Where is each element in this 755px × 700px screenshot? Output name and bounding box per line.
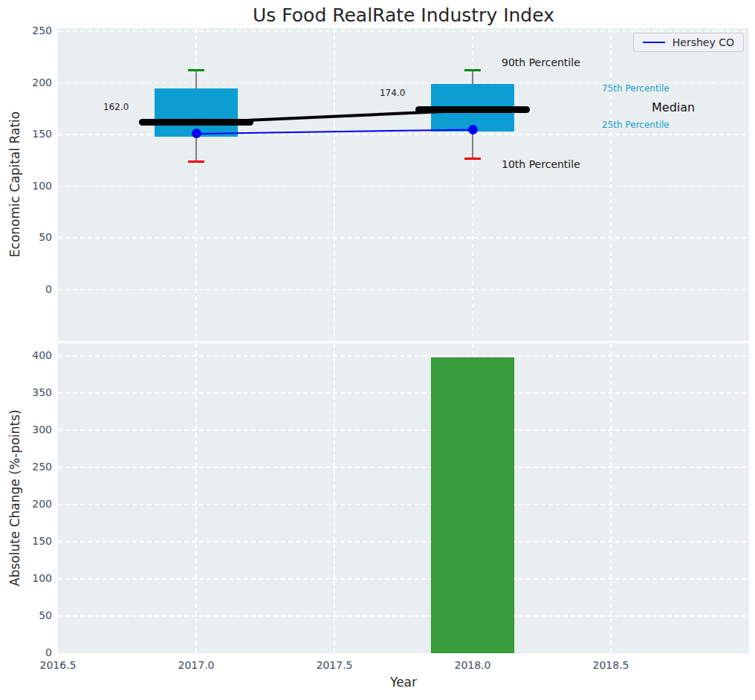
legend-label: Hershey CO bbox=[673, 36, 734, 48]
y-tick-label: 350 bbox=[9, 386, 52, 398]
legend-line-swatch bbox=[643, 42, 665, 44]
x-tick-label: 2018.5 bbox=[593, 659, 629, 671]
x-tick-label: 2017.0 bbox=[178, 659, 215, 671]
company-point-2017 bbox=[192, 129, 201, 138]
annotation-25th-percentile: 25th Percentile bbox=[602, 120, 670, 130]
bar-2018 bbox=[431, 357, 514, 653]
gridline-horizontal bbox=[58, 30, 749, 31]
p90-cap-2017 bbox=[188, 69, 204, 71]
y-tick-label: 200 bbox=[9, 77, 52, 88]
gridline-horizontal bbox=[58, 355, 749, 356]
y-tick-label: 100 bbox=[9, 180, 52, 192]
y-tick-label: 400 bbox=[9, 349, 52, 361]
annotation-75th-percentile: 75th Percentile bbox=[602, 83, 670, 94]
top-plot-area: 162.0174.090th Percentile10th Percentile… bbox=[58, 28, 749, 341]
y-tick-label: 250 bbox=[9, 461, 52, 473]
gridline-horizontal bbox=[58, 504, 749, 505]
annotation-10th-percentile: 10th Percentile bbox=[502, 158, 580, 170]
y-tick-label: 300 bbox=[9, 424, 52, 435]
gridline-vertical bbox=[195, 343, 196, 653]
legend: Hershey CO bbox=[633, 33, 744, 52]
x-tick-label: 2017.5 bbox=[317, 659, 353, 671]
bottom-plot-area bbox=[58, 343, 749, 653]
gridline-vertical bbox=[610, 343, 611, 653]
y-tick-label: 50 bbox=[9, 231, 52, 243]
median-segment-2017 bbox=[139, 119, 253, 126]
annotation-median: Median bbox=[652, 100, 695, 114]
chart-title: Us Food RealRate Industry Index bbox=[253, 4, 554, 26]
gridline-horizontal bbox=[58, 289, 749, 290]
gridline-horizontal bbox=[58, 430, 749, 430]
x-axis-label: Year bbox=[390, 675, 417, 690]
median-segment-2018 bbox=[415, 106, 530, 113]
x-tick-label: 2018.0 bbox=[455, 659, 491, 671]
p10-cap-2018 bbox=[464, 158, 481, 160]
y-tick-label: 250 bbox=[9, 25, 52, 36]
y-tick-label: 0 bbox=[9, 283, 52, 295]
gridline-horizontal bbox=[58, 186, 749, 187]
figure-canvas: Us Food RealRate Industry Index Economic… bbox=[0, 0, 755, 700]
gridline-horizontal bbox=[58, 541, 749, 542]
company-point-2018 bbox=[468, 125, 478, 135]
y-tick-label: 0 bbox=[9, 646, 52, 658]
x-tick-label: 2016.5 bbox=[40, 659, 77, 671]
gridline-vertical bbox=[334, 28, 334, 341]
gridline-horizontal bbox=[58, 578, 749, 579]
p90-cap-2018 bbox=[464, 69, 481, 71]
annotation-162-0: 162.0 bbox=[103, 102, 129, 112]
y-tick-label: 100 bbox=[9, 572, 52, 584]
p10-cap-2017 bbox=[188, 161, 204, 163]
gridline-vertical bbox=[334, 343, 334, 653]
gridline-horizontal bbox=[58, 237, 749, 238]
y-tick-label: 150 bbox=[9, 535, 52, 547]
gridline-horizontal bbox=[58, 467, 749, 467]
gridline-horizontal bbox=[58, 392, 749, 393]
annotation-174-0: 174.0 bbox=[380, 88, 405, 98]
annotation-90th-percentile: 90th Percentile bbox=[502, 56, 580, 68]
gridline-vertical bbox=[610, 28, 611, 341]
y-tick-label: 50 bbox=[9, 609, 52, 621]
y-tick-label: 150 bbox=[9, 128, 52, 140]
gridline-horizontal bbox=[58, 615, 749, 616]
y-tick-label: 200 bbox=[9, 498, 52, 510]
